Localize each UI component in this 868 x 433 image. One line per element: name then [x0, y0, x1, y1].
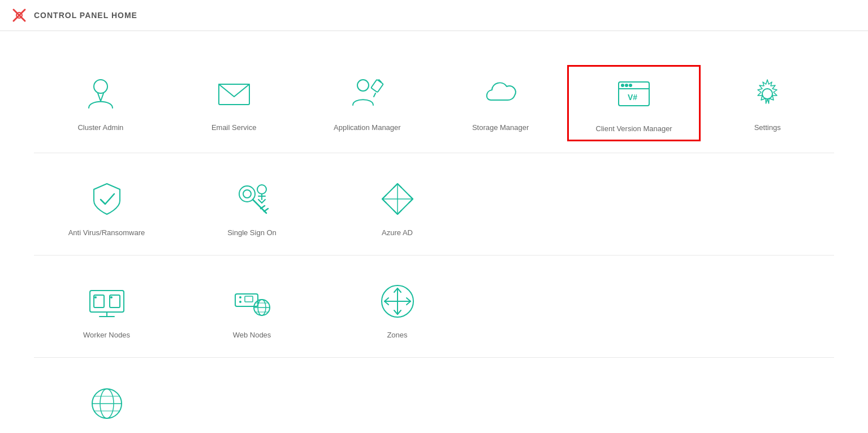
tile-azure-ad[interactable]: Azure AD [325, 170, 470, 244]
email-service-icon [211, 71, 257, 116]
tile-azure-ad-label: Azure AD [382, 228, 413, 238]
svg-rect-41 [245, 296, 253, 302]
tile-worker-nodes-label: Worker Nodes [83, 331, 130, 340]
azure-ad-icon [375, 176, 420, 222]
tile-single-sign-on[interactable]: Single Sign On [179, 170, 325, 244]
tile-zones-label: Zones [387, 331, 407, 340]
tile-application-manager-label: Application Manager [334, 123, 401, 133]
svg-point-17 [762, 89, 772, 99]
page-title: CONTROL PANEL HOME [34, 11, 137, 20]
tile-client-version-manager-label: Client Version Manager [596, 124, 672, 134]
tile-single-sign-on-label: Single Sign On [227, 228, 277, 238]
svg-point-36 [94, 296, 97, 298]
tile-email-service-label: Email Service [211, 123, 256, 133]
settings-icon [745, 71, 790, 116]
tile-settings[interactable]: Settings [701, 65, 834, 138]
main-content: Cluster Admin Email Service [0, 31, 868, 433]
svg-line-26 [258, 200, 262, 203]
header: CONTROL PANEL HOME [0, 0, 868, 31]
client-version-manager-icon: V# [611, 72, 657, 118]
control-panel-logo [11, 7, 27, 23]
svg-point-19 [243, 190, 251, 198]
svg-point-40 [239, 301, 241, 303]
tile-cluster-admin-label: Cluster Admin [77, 123, 123, 133]
section-row-1: Cluster Admin Email Service [34, 48, 834, 153]
worker-nodes-icon [84, 279, 129, 324]
svg-line-4 [98, 93, 101, 101]
section-row-2: Anti Virus/Ransomware [34, 153, 834, 256]
svg-line-47 [258, 300, 262, 300]
cluster-admin-icon [78, 71, 123, 116]
tile-application-manager[interactable]: Application Manager [301, 65, 434, 138]
svg-point-23 [257, 185, 266, 194]
tile-anti-virus[interactable]: Anti Virus/Ransomware [34, 170, 179, 244]
tile-cluster-admin[interactable]: Cluster Admin [34, 65, 167, 138]
svg-point-15 [629, 84, 632, 86]
svg-rect-8 [371, 80, 383, 93]
svg-line-27 [262, 200, 265, 203]
svg-line-9 [374, 93, 375, 97]
svg-point-7 [357, 80, 369, 91]
tile-storage-manager[interactable]: Storage Manager [434, 65, 567, 138]
svg-point-37 [110, 296, 113, 298]
section-row-4: Languages [34, 358, 834, 433]
svg-line-5 [101, 93, 103, 101]
tile-settings-label: Settings [754, 123, 781, 133]
svg-point-14 [625, 84, 628, 86]
single-sign-on-icon [230, 176, 275, 222]
web-nodes-icon [230, 279, 275, 324]
tile-languages[interactable]: Languages [34, 375, 179, 433]
storage-manager-icon [478, 71, 523, 116]
section-row-3: Worker Nodes [34, 256, 834, 358]
svg-point-13 [621, 84, 624, 86]
anti-virus-icon [84, 176, 129, 222]
tile-web-nodes[interactable]: Web Nodes [179, 272, 325, 346]
svg-point-3 [94, 80, 107, 93]
tile-zones[interactable]: Zones [325, 272, 470, 346]
tile-client-version-manager[interactable]: V# Client Version Manager [567, 65, 701, 141]
tile-worker-nodes[interactable]: Worker Nodes [34, 272, 179, 346]
tile-web-nodes-label: Web Nodes [233, 331, 271, 340]
svg-line-22 [264, 209, 268, 211]
tile-email-service[interactable]: Email Service [167, 65, 301, 138]
svg-text:V#: V# [628, 93, 637, 102]
tile-anti-virus-label: Anti Virus/Ransomware [68, 228, 145, 238]
languages-icon [84, 381, 129, 426]
svg-rect-31 [90, 291, 124, 312]
zones-icon [375, 279, 420, 324]
application-manager-icon [344, 71, 390, 116]
tile-storage-manager-label: Storage Manager [472, 123, 529, 133]
svg-point-39 [239, 296, 241, 298]
